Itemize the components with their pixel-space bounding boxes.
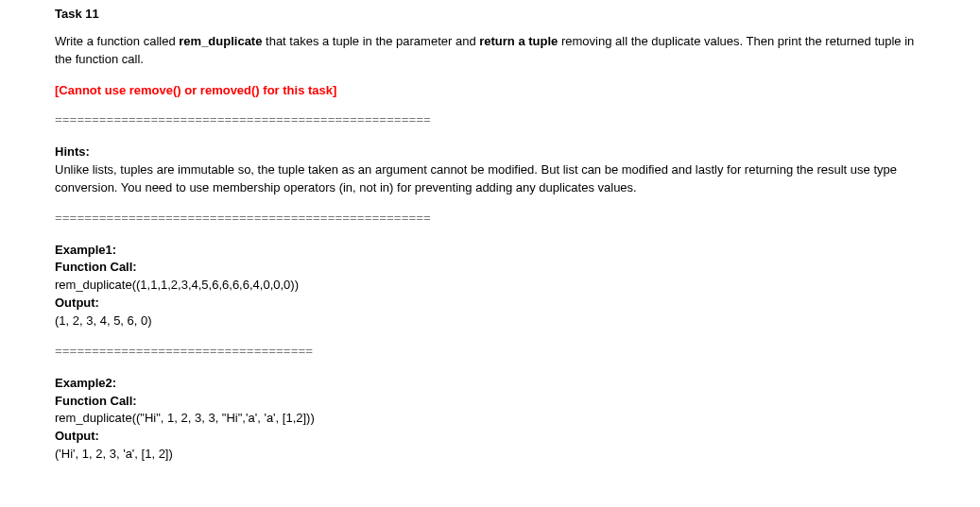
task-document: Task 11 Write a function called rem_dupl… xyxy=(0,0,980,507)
example2-heading: Example2: xyxy=(55,375,925,393)
task-intro: Write a function called rem_duplicate th… xyxy=(55,33,925,69)
example1-output: (1, 2, 3, 4, 5, 6, 0) xyxy=(55,313,925,330)
hints-label: Hints: xyxy=(55,144,925,161)
example1-call: rem_duplicate((1,1,1,2,3,4,5,6,6,6,6,4,0… xyxy=(55,277,925,295)
example2-call-label: Function Call: xyxy=(55,393,925,411)
example2-output: ('Hi', 1, 2, 3, 'a', [1, 2]) xyxy=(55,446,925,464)
example1-call-label: Function Call: xyxy=(55,259,925,277)
example2-output-label: Output: xyxy=(55,428,925,446)
intro-mid: that takes a tuple in the parameter and xyxy=(262,34,479,48)
divider-2: ========================================… xyxy=(55,211,925,228)
restriction-note: [Cannot use remove() or removed() for th… xyxy=(55,82,925,100)
hints-block: Hints: Unlike lists, tuples are immutabl… xyxy=(55,144,925,197)
divider-3: =================================== xyxy=(55,344,925,362)
task-title: Task 11 xyxy=(55,6,925,24)
example-2: Example2: Function Call: rem_duplicate((… xyxy=(55,375,925,464)
hints-text: Unlike lists, tuples are immutable so, t… xyxy=(55,161,925,197)
function-name: rem_duplicate xyxy=(179,34,262,48)
return-tuple-bold: return a tuple xyxy=(479,34,558,48)
example1-output-label: Output: xyxy=(55,295,925,313)
divider-1: ========================================… xyxy=(55,112,925,130)
example-1: Example1: Function Call: rem_duplicate((… xyxy=(55,242,925,330)
intro-prefix: Write a function called xyxy=(55,34,179,48)
example2-call: rem_duplicate(("Hi", 1, 2, 3, 3, "Hi",'a… xyxy=(55,410,925,428)
example1-heading: Example1: xyxy=(55,242,925,260)
